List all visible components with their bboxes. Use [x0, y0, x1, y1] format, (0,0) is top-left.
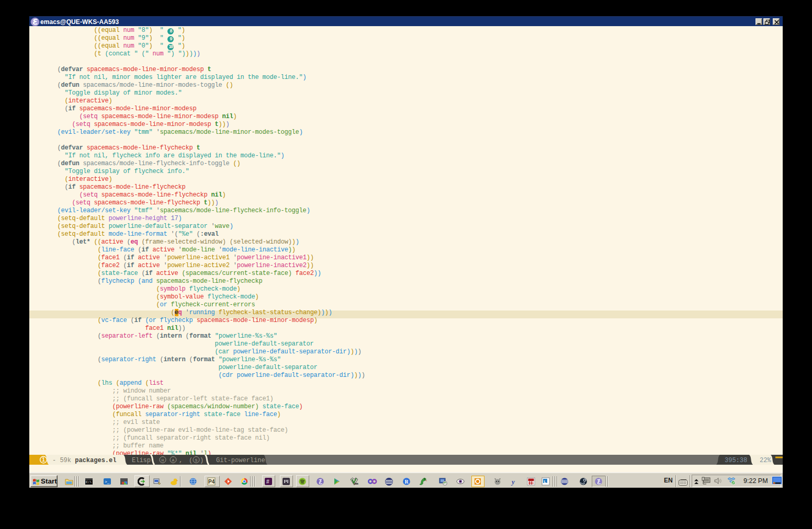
svg-text:H: H	[162, 458, 164, 463]
svg-text:- 59k packages.el: - 59k packages.el	[52, 457, 116, 464]
svg-text:R: R	[405, 479, 409, 485]
svg-text:22%: 22%	[760, 457, 771, 464]
svg-text:P4: P4	[208, 479, 215, 485]
svg-text:S: S	[195, 458, 198, 463]
svg-text:1: 1	[42, 457, 45, 463]
svg-text:Git-powerline: Git-powerline	[216, 457, 265, 464]
svg-text:395:38: 395:38	[725, 457, 747, 464]
svg-text:im: im	[354, 481, 358, 486]
svg-text:L: L	[544, 479, 547, 484]
svg-text:,: ,	[179, 457, 183, 464]
svg-text:(: (	[189, 457, 193, 464]
svg-text:y: y	[511, 478, 515, 486]
svg-text:Elisp: Elisp	[132, 457, 151, 464]
svg-text:): )	[200, 457, 204, 464]
svg-text:#: #	[266, 479, 269, 485]
svg-text:A: A	[172, 458, 175, 463]
svg-text:>_: >_	[105, 479, 110, 484]
svg-text:C:\: C:\	[86, 480, 92, 484]
